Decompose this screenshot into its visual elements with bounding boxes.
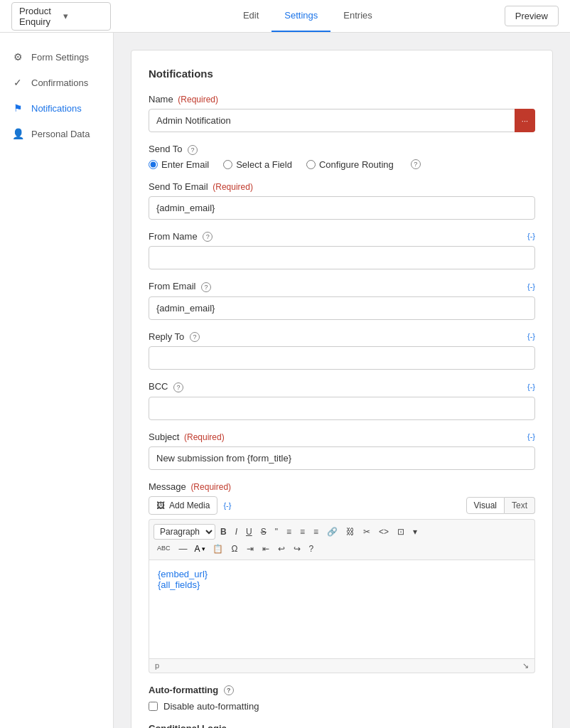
sidebar-label-notifications: Notifications bbox=[31, 103, 82, 114]
sidebar-item-form-settings[interactable]: ⚙ Form Settings bbox=[0, 44, 113, 70]
routing-help-icon[interactable]: ? bbox=[411, 159, 421, 169]
toolbar-row-2: ABC — A▾ 📋 Ω ⇥ ⇤ ↩ ↪ ? bbox=[154, 541, 530, 557]
italic-button[interactable]: I bbox=[232, 525, 241, 538]
reply-to-merge-tag[interactable]: {-} bbox=[527, 332, 535, 341]
user-icon: 👤 bbox=[11, 128, 24, 139]
tab-edit[interactable]: Edit bbox=[230, 0, 271, 32]
auto-formatting-group: Auto-formatting ? Disable auto-formattin… bbox=[149, 685, 535, 712]
from-email-group: From Email ? {-} bbox=[149, 281, 535, 320]
redo-button[interactable]: ↪ bbox=[290, 542, 304, 555]
tab-text[interactable]: Text bbox=[505, 497, 535, 514]
subject-merge-tag[interactable]: {-} bbox=[527, 432, 535, 441]
sidebar-label-form-settings: Form Settings bbox=[31, 52, 89, 63]
from-email-help-icon[interactable]: ? bbox=[201, 282, 211, 292]
editor-body[interactable]: {embed_url} {all_fields} bbox=[149, 560, 535, 659]
subject-group: Subject (Required) {-} bbox=[149, 432, 535, 470]
name-merge-tag-button[interactable]: ··· bbox=[515, 109, 535, 132]
reply-to-input[interactable] bbox=[149, 346, 535, 370]
bcc-help-icon[interactable]: ? bbox=[173, 382, 183, 392]
auto-formatting-help-icon[interactable]: ? bbox=[224, 685, 234, 695]
undo-button[interactable]: ↩ bbox=[274, 542, 289, 555]
from-name-input[interactable] bbox=[149, 246, 535, 269]
subject-input[interactable] bbox=[149, 446, 535, 470]
send-to-help-icon[interactable]: ? bbox=[188, 145, 198, 155]
radio-configure-routing[interactable]: Configure Routing bbox=[306, 159, 394, 170]
special-char-button[interactable]: Ω bbox=[228, 542, 242, 555]
content-area: Notifications Name (Required) ··· Send T… bbox=[114, 33, 570, 728]
embed-url-tag: {embed_url} bbox=[158, 569, 208, 579]
subject-label: Subject (Required) bbox=[149, 432, 225, 442]
from-email-label: From Email ? bbox=[149, 281, 211, 292]
radio-select-field[interactable]: Select a Field bbox=[223, 159, 292, 170]
sidebar-label-confirmations: Confirmations bbox=[31, 77, 88, 88]
paragraph-select[interactable]: Paragraph bbox=[154, 524, 215, 540]
auto-formatting-title: Auto-formatting ? bbox=[149, 685, 535, 696]
preview-button[interactable]: Preview bbox=[505, 6, 559, 26]
strikethrough-button[interactable]: S bbox=[257, 525, 270, 538]
from-name-group: From Name ? {-} bbox=[149, 231, 535, 270]
message-group: Message (Required) 🖼 Add Media {-} Visua… bbox=[149, 481, 535, 673]
send-to-email-required: (Required) bbox=[213, 182, 253, 192]
send-to-radio-group: Enter Email Select a Field Configure Rou… bbox=[149, 159, 535, 170]
send-to-field-group: Send To ? Enter Email Select a Field Con… bbox=[149, 144, 535, 170]
tab-settings[interactable]: Settings bbox=[271, 0, 330, 32]
reply-to-group: Reply To ? {-} bbox=[149, 331, 535, 370]
conditional-logic-title: Conditional Logic bbox=[149, 723, 535, 728]
editor-footer: p ↘ bbox=[149, 659, 535, 673]
editor-resize-handle[interactable]: ↘ bbox=[522, 661, 529, 670]
underline-button[interactable]: U bbox=[242, 525, 256, 538]
add-media-button[interactable]: 🖼 Add Media bbox=[149, 496, 217, 515]
form-selector[interactable]: Product Enquiry ▾ bbox=[11, 2, 111, 31]
send-to-email-group: Send To Email (Required) bbox=[149, 181, 535, 220]
help-button[interactable]: ? bbox=[306, 542, 318, 555]
sidebar-label-personal-data: Personal Data bbox=[31, 129, 90, 139]
disable-auto-formatting-checkbox[interactable] bbox=[149, 702, 158, 711]
paste-button[interactable]: 📋 bbox=[209, 542, 227, 555]
from-name-help-icon[interactable]: ? bbox=[203, 232, 213, 242]
fullscreen-button[interactable]: ⊡ bbox=[394, 525, 408, 538]
hr-button[interactable]: — bbox=[176, 542, 191, 555]
bcc-input[interactable] bbox=[149, 397, 535, 420]
tab-entries[interactable]: Entries bbox=[330, 0, 385, 32]
nav-tabs: Edit Settings Entries bbox=[230, 0, 385, 32]
unlink-button[interactable]: ⛓ bbox=[343, 525, 358, 538]
radio-enter-email[interactable]: Enter Email bbox=[149, 159, 209, 170]
toolbar-toggle-button[interactable]: ▾ bbox=[409, 525, 421, 538]
bold-button[interactable]: B bbox=[217, 525, 230, 538]
outdent-button[interactable]: ⇤ bbox=[259, 542, 273, 555]
sidebar-item-notifications[interactable]: ⚑ Notifications bbox=[0, 95, 113, 121]
from-email-merge-tag[interactable]: {-} bbox=[527, 282, 535, 291]
notifications-panel: Notifications Name (Required) ··· Send T… bbox=[131, 50, 553, 728]
send-to-label: Send To ? bbox=[149, 144, 535, 155]
name-input[interactable] bbox=[149, 109, 535, 132]
text-small-button[interactable]: ABC bbox=[154, 543, 174, 554]
bcc-merge-tag[interactable]: {-} bbox=[527, 382, 535, 391]
sidebar-item-personal-data[interactable]: 👤 Personal Data bbox=[0, 121, 113, 146]
top-bar: Product Enquiry ▾ Edit Settings Entries … bbox=[0, 0, 570, 33]
from-email-input[interactable] bbox=[149, 296, 535, 320]
panel-title: Notifications bbox=[149, 68, 535, 80]
align-left-button[interactable]: ≡ bbox=[283, 525, 295, 538]
check-icon: ✓ bbox=[11, 77, 24, 88]
link-button[interactable]: 🔗 bbox=[323, 525, 341, 538]
subject-required: (Required) bbox=[184, 432, 225, 442]
wp-more-button[interactable]: ✂ bbox=[360, 525, 374, 538]
align-center-button[interactable]: ≡ bbox=[296, 525, 308, 538]
message-merge-tag[interactable]: {-} bbox=[223, 501, 231, 510]
name-label: Name (Required) bbox=[149, 94, 535, 105]
text-color-button[interactable]: A▾ bbox=[193, 542, 208, 555]
tab-visual[interactable]: Visual bbox=[466, 497, 505, 514]
from-name-merge-tag[interactable]: {-} bbox=[527, 232, 535, 240]
sidebar-item-confirmations[interactable]: ✓ Confirmations bbox=[0, 70, 113, 95]
align-right-button[interactable]: ≡ bbox=[310, 525, 322, 538]
message-label: Message (Required) bbox=[149, 481, 535, 492]
flag-icon: ⚑ bbox=[11, 102, 24, 114]
sidebar: ⚙ Form Settings ✓ Confirmations ⚑ Notifi… bbox=[0, 33, 114, 728]
chevron-down-icon: ▾ bbox=[63, 11, 103, 21]
code-button[interactable]: <> bbox=[375, 525, 392, 538]
send-to-email-input[interactable] bbox=[149, 196, 535, 220]
image-icon: 🖼 bbox=[156, 500, 165, 510]
reply-to-help-icon[interactable]: ? bbox=[190, 332, 200, 342]
indent-button[interactable]: ⇥ bbox=[243, 542, 257, 555]
blockquote-button[interactable]: " bbox=[271, 525, 281, 538]
